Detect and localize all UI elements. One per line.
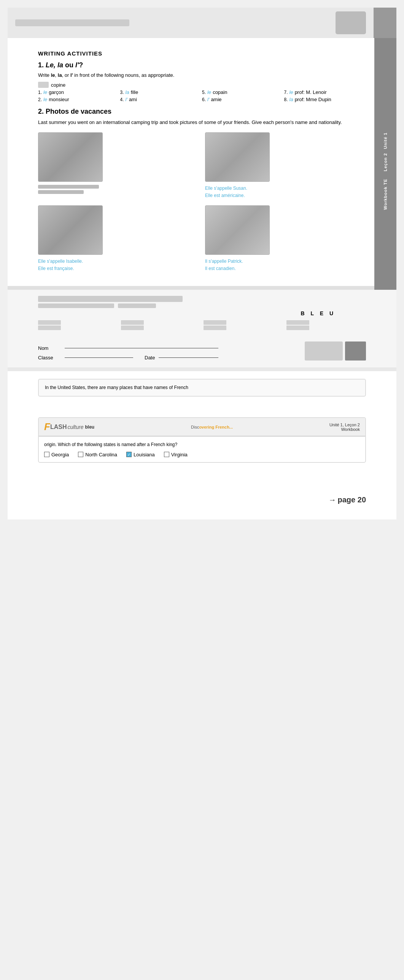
exercise1-l: l' xyxy=(75,61,79,69)
sidebar-workbook: Workbook TE xyxy=(383,179,388,210)
page-number-row: → page 20 xyxy=(8,492,396,508)
main-content: WRITING ACTIVITIES 1. Le, la ou l'? Writ… xyxy=(8,38,396,286)
sidebar-lesson: Leçon 2 xyxy=(383,153,388,172)
flash-discover: Discovering French... xyxy=(191,425,233,430)
photo-caption-1 xyxy=(38,185,199,194)
discover-text: Disc xyxy=(191,425,199,430)
exercise-item-4: 4. l' ami xyxy=(120,97,202,102)
header-image xyxy=(336,11,366,34)
right-image-1 xyxy=(305,342,343,361)
photo-3-line2: Elle est française. xyxy=(38,266,74,271)
exercise1-instruction: Write le, la, or l' in front of the foll… xyxy=(38,72,366,78)
copine-box xyxy=(38,82,49,88)
option-virginia-label: Virginia xyxy=(171,452,188,458)
section-break xyxy=(8,286,396,290)
photo-2-line1: Elle s'appelle Susan. xyxy=(205,186,247,191)
option-north-carolina[interactable]: North Carolina xyxy=(78,452,117,458)
item-6-num: 6. xyxy=(202,97,206,102)
nom-section: Nom Classe Date xyxy=(38,345,218,361)
exercise1-items: 1. le garçon 3. la fille 5. le copain 7.… xyxy=(38,89,366,102)
date-underline[interactable] xyxy=(159,358,218,358)
right-sidebar: Unité 1 Leçon 2 Workbook TE xyxy=(374,38,396,304)
right-images xyxy=(305,342,366,361)
nom-label: Nom xyxy=(38,345,61,351)
photo-4-line1: Il s'appelle Patrick. xyxy=(205,259,243,264)
bleu-text: B L E U xyxy=(38,310,366,317)
flash-intro-text: In the United States, there are many pla… xyxy=(45,384,359,391)
data-cell xyxy=(204,326,226,330)
flash-culture-footer: F LASH culture bleu Discovering French..… xyxy=(38,417,366,463)
photos-grid: Elle s'appelle Susan. Elle est américain… xyxy=(38,132,366,273)
photo-caption-2: Elle s'appelle Susan. Elle est américain… xyxy=(205,185,366,199)
arrow-icon: → xyxy=(329,495,336,504)
item-6-noun: amie xyxy=(211,97,221,102)
photo-img-1 xyxy=(38,132,103,182)
l-bold: l' xyxy=(70,72,73,78)
classe-underline[interactable] xyxy=(65,358,133,358)
item-2-num: 2. xyxy=(38,97,42,102)
checkbox-virginia[interactable] xyxy=(164,452,169,457)
nom-row: Nom xyxy=(38,345,218,351)
data-cell xyxy=(286,320,309,325)
item-8-article: la xyxy=(289,97,293,102)
section2-header-line1 xyxy=(38,296,183,302)
item-5-noun: copain xyxy=(213,89,227,95)
item-5-article: le xyxy=(207,89,211,95)
data-cell xyxy=(121,326,144,330)
option-louisiana-label: Louisiana xyxy=(134,452,155,458)
flash-unit: Unité 1, Leçon 2 xyxy=(329,423,360,427)
photo-4-line2: Il est canadien. xyxy=(205,266,236,271)
la-bold: la xyxy=(58,72,62,78)
item-7-noun: prof: M. Lenoir xyxy=(295,89,327,95)
exercise1-title: 1. Le, la ou l'? xyxy=(38,61,366,69)
flash-culture-intro-box: In the United States, there are many pla… xyxy=(38,379,366,397)
nom-underline[interactable] xyxy=(65,348,218,348)
photo-item-2: Elle s'appelle Susan. Elle est américain… xyxy=(205,132,366,199)
item-4-num: 4. xyxy=(120,97,124,102)
item-3-article: la xyxy=(126,89,129,95)
option-north-carolina-label: North Carolina xyxy=(85,452,117,458)
exercise1-number: 1. xyxy=(38,61,46,69)
data-cell xyxy=(286,326,309,330)
exercise1-ou: ou xyxy=(63,61,75,69)
page-bottom xyxy=(8,508,396,519)
flash-body-text: origin. Which of the following states is… xyxy=(44,441,360,449)
checkbox-louisiana[interactable]: ✓ xyxy=(126,452,132,457)
data-cell xyxy=(204,320,226,325)
flash-header-row: F LASH culture bleu Discovering French..… xyxy=(39,418,365,437)
option-georgia-label: Georgia xyxy=(51,452,69,458)
right-image-2 xyxy=(345,342,366,361)
option-georgia[interactable]: Georgia xyxy=(44,452,69,458)
header-area xyxy=(8,8,396,38)
option-virginia[interactable]: Virginia xyxy=(164,452,188,458)
exercise-item-8: 8. la prof: Mme Dupin xyxy=(284,97,366,102)
item-8-noun: prof: Mme Dupin xyxy=(295,97,331,102)
photo-caption-4: Il s'appelle Patrick. Il est canadien. xyxy=(205,258,366,272)
sidebar-unit: Unité 1 xyxy=(383,132,388,149)
item-8-num: 8. xyxy=(284,97,288,102)
exercise2-instruction: Last summer you went on an international… xyxy=(38,119,366,126)
photo-img-2 xyxy=(205,132,270,182)
item-6-article: l' xyxy=(207,97,209,102)
item-1-article: le xyxy=(43,89,47,95)
page-number: page 20 xyxy=(338,495,366,504)
option-louisiana[interactable]: ✓ Louisiana xyxy=(126,452,155,458)
exercise-item-3: 3. la fille xyxy=(120,89,202,95)
classe-label: Classe xyxy=(38,355,61,361)
flash-unit-info: Unité 1, Leçon 2 Workbook xyxy=(329,423,360,432)
classe-row: Classe Date xyxy=(38,355,218,361)
writing-activities-title: WRITING ACTIVITIES xyxy=(38,50,366,57)
photo-img-4 xyxy=(205,205,270,255)
checkbox-north-carolina[interactable] xyxy=(78,452,83,457)
exercise1-q: ? xyxy=(79,61,83,69)
item-1-noun: garçon xyxy=(49,89,64,95)
exercise1-le-la: Le, la xyxy=(46,61,63,69)
header-bar xyxy=(15,19,129,26)
section2-header-line2a xyxy=(38,304,114,308)
exercise-item-6: 6. l' amie xyxy=(202,97,284,102)
checkbox-georgia[interactable] xyxy=(44,452,49,457)
spacer2 xyxy=(8,368,396,371)
section2-area: B L E U Nom Classe Date xyxy=(8,290,396,368)
photo-2-line2: Elle est américaine. xyxy=(205,193,245,198)
flash-logo-lash: LASH xyxy=(50,424,67,431)
